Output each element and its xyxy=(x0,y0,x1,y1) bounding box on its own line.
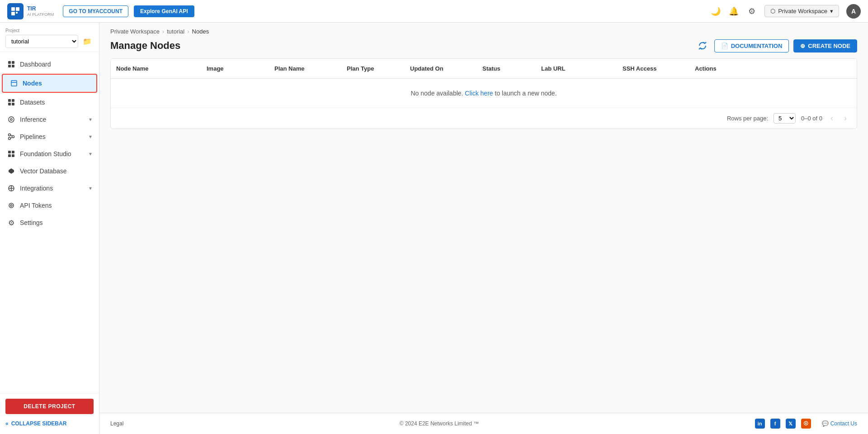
svg-point-18 xyxy=(9,138,11,140)
rss-icon[interactable]: ⦿ xyxy=(801,419,811,429)
sidebar-item-api-tokens[interactable]: API Tokens xyxy=(0,197,99,214)
sidebar-item-inference[interactable]: Inference ▾ xyxy=(0,111,99,128)
workspace-button[interactable]: ⬡ Private Workspace ▾ xyxy=(764,5,839,17)
sidebar-label-pipelines: Pipelines xyxy=(20,133,85,140)
integrations-chevron-icon: ▾ xyxy=(89,185,92,191)
table-empty-message: No node available. Click here to launch … xyxy=(111,79,857,108)
project-select-dropdown[interactable]: tutorial xyxy=(5,35,78,48)
twitter-icon[interactable]: 𝕏 xyxy=(786,419,796,429)
project-label: Project xyxy=(5,28,94,33)
sidebar-label-vector-database: Vector Database xyxy=(20,167,92,175)
notifications-icon[interactable]: 🔔 xyxy=(728,6,739,17)
svg-rect-11 xyxy=(12,99,14,102)
empty-click-here-link[interactable]: Click here xyxy=(465,90,493,97)
sidebar-label-nodes: Nodes xyxy=(23,80,89,87)
svg-marker-25 xyxy=(9,168,14,174)
documentation-button[interactable]: 📄 DOCUMENTATION xyxy=(714,39,789,52)
refresh-button[interactable] xyxy=(695,38,710,53)
svg-rect-10 xyxy=(8,99,11,102)
sidebar-item-datasets[interactable]: Datasets xyxy=(0,94,99,111)
contact-us-link[interactable]: 💬 Contact Us xyxy=(822,420,857,427)
svg-rect-8 xyxy=(11,81,17,86)
table-header-row: Node Name Image Plan Name Plan Type Upda… xyxy=(111,59,857,79)
breadcrumb: Private Workspace › tutorial › Nodes xyxy=(99,23,868,37)
linkedin-icon[interactable]: in xyxy=(755,419,765,429)
svg-rect-0 xyxy=(11,7,15,11)
sidebar-item-dashboard[interactable]: Dashboard xyxy=(0,56,99,73)
sidebar-bottom: DELETE PROJECT « COLLAPSE SIDEBAR xyxy=(0,393,99,434)
sidebar-label-api-tokens: API Tokens xyxy=(20,202,92,209)
delete-project-button[interactable]: DELETE PROJECT xyxy=(5,399,94,414)
sidebar-item-settings[interactable]: ⚙ Settings xyxy=(0,214,99,231)
folder-icon[interactable]: 📁 xyxy=(81,35,94,48)
foundation-studio-chevron-icon: ▾ xyxy=(89,151,92,157)
sidebar-item-nodes[interactable]: Nodes xyxy=(2,74,97,93)
col-plan-type: Plan Type xyxy=(341,59,405,78)
rows-per-page-select[interactable]: 5 10 25 xyxy=(774,113,796,124)
vector-database-icon xyxy=(7,167,15,175)
sidebar-item-integrations[interactable]: Integrations ▾ xyxy=(0,180,99,197)
logo-text-group: TIR AI PLATFORM xyxy=(27,5,54,16)
collapse-sidebar-button[interactable]: « COLLAPSE SIDEBAR xyxy=(5,419,94,429)
sidebar: Project tutorial 📁 Dashb xyxy=(0,23,99,434)
sidebar-label-datasets: Datasets xyxy=(20,99,92,106)
contact-label: Contact Us xyxy=(830,420,857,427)
logo-subtitle: AI PLATFORM xyxy=(27,12,54,17)
breadcrumb-tutorial[interactable]: tutorial xyxy=(167,28,184,35)
svg-point-30 xyxy=(10,205,12,206)
sidebar-item-vector-database[interactable]: Vector Database xyxy=(0,162,99,180)
logo: TIR AI PLATFORM xyxy=(7,3,54,19)
workspace-label: Private Workspace xyxy=(778,8,827,14)
svg-rect-7 xyxy=(12,65,14,67)
sidebar-item-foundation-studio[interactable]: Foundation Studio ▾ xyxy=(0,145,99,162)
explore-genai-button[interactable]: Explore GenAI API xyxy=(134,5,194,17)
foundation-studio-icon xyxy=(7,150,15,158)
pagination-prev-button[interactable]: ‹ xyxy=(828,113,836,124)
col-status: Status xyxy=(477,59,536,78)
svg-point-15 xyxy=(10,119,12,120)
settings-icon[interactable]: ⚙ xyxy=(746,6,757,17)
api-tokens-icon xyxy=(7,201,15,210)
svg-rect-13 xyxy=(12,103,14,105)
dark-mode-icon[interactable]: 🌙 xyxy=(710,6,721,17)
nodes-table: Node Name Image Plan Name Plan Type Upda… xyxy=(110,58,857,129)
facebook-icon[interactable]: f xyxy=(770,419,780,429)
col-ssh-access: SSH Access xyxy=(617,59,689,78)
col-image: Image xyxy=(201,59,269,78)
col-actions: Actions xyxy=(689,59,744,78)
collapse-sidebar-icon: « xyxy=(5,420,9,427)
logo-title: TIR xyxy=(27,5,54,12)
workspace-chevron-icon: ▾ xyxy=(830,8,833,14)
page-title: Manage Nodes xyxy=(110,40,180,52)
top-navbar: TIR AI PLATFORM GO TO MYACCOUNT Explore … xyxy=(0,0,868,23)
go-to-myaccount-button[interactable]: GO TO MYACCOUNT xyxy=(63,5,128,17)
legal-link[interactable]: Legal xyxy=(110,420,123,427)
svg-rect-1 xyxy=(16,7,19,11)
pagination-next-button[interactable]: › xyxy=(841,113,849,124)
nodes-icon xyxy=(10,79,18,87)
svg-line-19 xyxy=(11,135,12,136)
sidebar-label-settings: Settings xyxy=(20,219,92,226)
dashboard-icon xyxy=(7,60,15,68)
contact-icon: 💬 xyxy=(822,420,829,427)
pagination-info: 0–0 of 0 xyxy=(801,115,822,122)
empty-message-before: No node available. xyxy=(410,90,463,97)
sidebar-label-inference: Inference xyxy=(20,116,85,123)
inference-icon xyxy=(7,115,15,124)
breadcrumb-sep-1: › xyxy=(162,28,164,35)
breadcrumb-workspace[interactable]: Private Workspace xyxy=(110,28,160,35)
sidebar-item-pipelines[interactable]: Pipelines ▾ xyxy=(0,128,99,145)
svg-rect-23 xyxy=(8,154,11,157)
col-lab-url: Lab URL xyxy=(536,59,617,78)
svg-rect-3 xyxy=(16,12,18,14)
col-node-name: Node Name xyxy=(111,59,201,78)
svg-rect-4 xyxy=(8,61,11,64)
svg-point-14 xyxy=(9,117,14,122)
avatar-button[interactable]: A xyxy=(846,4,861,19)
sidebar-label-integrations: Integrations xyxy=(20,185,85,192)
create-node-button[interactable]: ⊕ CREATE NODE xyxy=(793,39,857,52)
col-plan-name: Plan Name xyxy=(269,59,341,78)
create-node-label: CREATE NODE xyxy=(808,43,850,49)
page-header: Manage Nodes 📄 DOCUMENTATION ⊕ CR xyxy=(99,37,868,58)
page-actions: 📄 DOCUMENTATION ⊕ CREATE NODE xyxy=(695,38,857,53)
